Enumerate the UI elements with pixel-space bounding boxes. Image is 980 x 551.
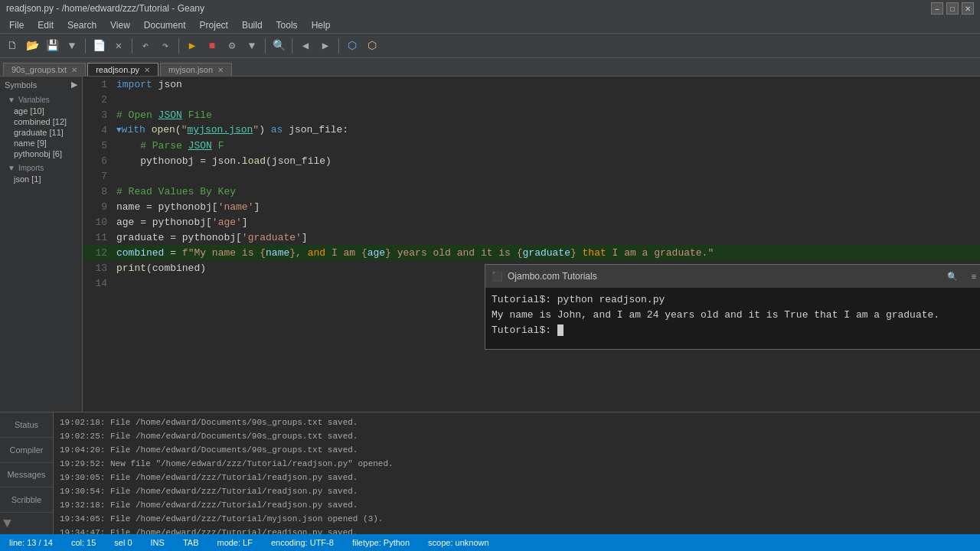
menu-help[interactable]: Help [305, 18, 337, 32]
section-arrow: ▼ [8, 96, 15, 104]
code-line-12: 12 combined = f"My name is {name}, and I… [83, 245, 980, 260]
sidebar-item-combined[interactable]: combined [12] [3, 116, 79, 127]
close-tab-myjson[interactable]: ✕ [217, 66, 224, 74]
status-scope: scope: unknown [425, 538, 492, 547]
sidebar: Symbols ▶ ▼ Variables age [10] combined … [0, 77, 83, 412]
open-recent-button[interactable]: 📄 [90, 37, 108, 55]
sidebar-item-name[interactable]: name [9] [3, 138, 79, 148]
close-tab-90s[interactable]: ✕ [71, 66, 77, 74]
sidebar-header: Symbols ▶ [0, 77, 82, 93]
line-content-11[interactable]: graduate = pythonobj['graduate'] [113, 230, 980, 245]
status-bar: line: 13 / 14 col: 15 sel 0 INS TAB mode… [0, 534, 980, 551]
save-file-button[interactable]: 💾 [43, 37, 61, 55]
menu-file[interactable]: File [3, 18, 30, 32]
line-number-2: 2 [83, 92, 113, 107]
terminal-content: Tutorial$: python readjson.py My name is… [485, 288, 980, 349]
terminal-line-2: My name is John, and I am 24 years old a… [492, 308, 980, 323]
stop-button[interactable]: ■ [203, 37, 221, 55]
tab-label-90s: 90s_groups.txt [11, 65, 67, 74]
bottom-sidebar-labels: Status Compiler Messages Scribble ▼ [0, 412, 54, 534]
menu-search[interactable]: Search [61, 18, 103, 32]
new-file-button[interactable]: 🗋 [3, 37, 21, 55]
build-button[interactable]: ⚙ [223, 37, 241, 55]
sidebar-item-json[interactable]: json [1] [3, 174, 79, 184]
run-button[interactable]: ▶ [183, 37, 201, 55]
maximize-button[interactable]: □ [946, 2, 959, 15]
section-label: Variables [18, 96, 50, 104]
line-content-8[interactable]: # Read Values By Key [113, 184, 980, 199]
terminal-title: Ojambo.com Tutorials [508, 271, 597, 282]
line-content-3[interactable]: # Open JSON File [113, 107, 980, 122]
sidebar-title: Symbols [5, 80, 37, 90]
status-filetype: filetype: Python [349, 538, 413, 547]
label-messages: Messages [0, 463, 53, 488]
minimize-button[interactable]: – [931, 2, 943, 15]
code-line-4: 4 ▼with open("myjson.json") as json_file… [83, 122, 980, 138]
status-sel: sel 0 [111, 538, 135, 547]
plugin2-button[interactable]: ⬡ [363, 37, 381, 55]
line-content-4[interactable]: ▼with open("myjson.json") as json_file: [113, 122, 980, 138]
terminal-window[interactable]: ⬛ Ojambo.com Tutorials 🔍 ≡ – □ ✕ Tutoria… [485, 264, 980, 350]
forward-button[interactable]: ▶ [316, 37, 335, 55]
dropdown-arrow[interactable]: ▼ [63, 37, 81, 55]
code-line-6: 6 pythonobj = json.load(json_file) [83, 153, 980, 168]
log-entry-4: 19:29:52: New file "/home/edward/zzz/Tut… [60, 457, 974, 471]
toolbar: 🗋 📂 💾 ▼ 📄 ✕ ↶ ↷ ▶ ■ ⚙ ▼ 🔍 ◀ ▶ ⬡ ⬡ [0, 34, 980, 58]
code-table: 1 import json 2 3 # Open JSON File 4 ▼wi… [83, 77, 980, 291]
bottom-log: 19:02:18: File /home/edward/Documents/90… [54, 412, 980, 534]
status-tab: TAB [180, 538, 202, 547]
tab-myjson[interactable]: myjson.json ✕ [160, 63, 232, 76]
log-entry-1: 19:02:18: File /home/edward/Documents/90… [60, 416, 974, 429]
menu-build[interactable]: Build [236, 18, 269, 32]
close-tab-button[interactable]: ✕ [109, 37, 128, 55]
code-line-5: 5 # Parse JSON F [83, 138, 980, 153]
log-entry-2: 19:02:25: File /home/edward/Documents/90… [60, 429, 974, 443]
line-content-12[interactable]: combined = f"My name is {name}, and I am… [113, 245, 980, 260]
imports-label: Imports [18, 164, 44, 172]
bottom-panel-toggle[interactable]: ▼ [0, 513, 53, 534]
sidebar-item-age[interactable]: age [10] [3, 106, 79, 116]
tab-90s-groups[interactable]: 90s_groups.txt ✕ [3, 63, 86, 76]
menu-edit[interactable]: Edit [31, 18, 60, 32]
tab-readjson[interactable]: readjson.py ✕ [87, 63, 158, 76]
line-content-9[interactable]: name = pythonobj['name'] [113, 199, 980, 214]
code-line-11: 11 graduate = pythonobj['graduate'] [83, 230, 980, 245]
sidebar-section-imports: ▼ Imports [3, 162, 79, 174]
menu-project[interactable]: Project [194, 18, 234, 32]
close-tab-readjson[interactable]: ✕ [144, 66, 150, 74]
line-content-5[interactable]: # Parse JSON F [113, 138, 980, 153]
line-number-1: 1 [83, 77, 113, 92]
menu-tools[interactable]: Tools [270, 18, 304, 32]
back-button[interactable]: ◀ [296, 37, 315, 55]
open-file-button[interactable]: 📂 [23, 37, 41, 55]
line-number-3: 3 [83, 107, 113, 122]
undo-button[interactable]: ↶ [136, 37, 155, 55]
code-editor[interactable]: 1 import json 2 3 # Open JSON File 4 ▼wi… [83, 77, 980, 412]
search-button[interactable]: 🔍 [270, 37, 288, 55]
status-col: col: 15 [68, 538, 99, 547]
separator-2 [132, 38, 132, 54]
close-button[interactable]: ✕ [962, 2, 974, 15]
menu-document[interactable]: Document [138, 18, 192, 32]
line-content-7[interactable] [113, 168, 980, 184]
terminal-menu-button[interactable]: ≡ [965, 267, 980, 285]
line-content-10[interactable]: age = pythonobj['age'] [113, 214, 980, 230]
terminal-controls: 🔍 ≡ – □ ✕ [943, 267, 980, 285]
sidebar-toggle-icon[interactable]: ▶ [71, 80, 77, 90]
sidebar-item-pythonobj[interactable]: pythonobj [6] [3, 148, 79, 159]
code-line-3: 3 # Open JSON File [83, 107, 980, 122]
line-content-2[interactable] [113, 92, 980, 107]
run-settings[interactable]: ▼ [243, 37, 261, 55]
sidebar-item-graduate[interactable]: graduate [11] [3, 127, 79, 138]
tab-bar: 90s_groups.txt ✕ readjson.py ✕ myjson.js… [0, 58, 980, 77]
terminal-search-button[interactable]: 🔍 [943, 267, 962, 285]
menu-view[interactable]: View [104, 18, 136, 32]
line-content-6[interactable]: pythonobj = json.load(json_file) [113, 153, 980, 168]
plugin1-button[interactable]: ⬡ [343, 37, 361, 55]
label-compiler: Compiler [0, 438, 53, 463]
label-status: Status [0, 412, 53, 438]
line-content-1[interactable]: import json [113, 77, 980, 92]
label-scribble: Scribble [0, 487, 53, 513]
code-line-10: 10 age = pythonobj['age'] [83, 214, 980, 230]
redo-button[interactable]: ↷ [156, 37, 175, 55]
